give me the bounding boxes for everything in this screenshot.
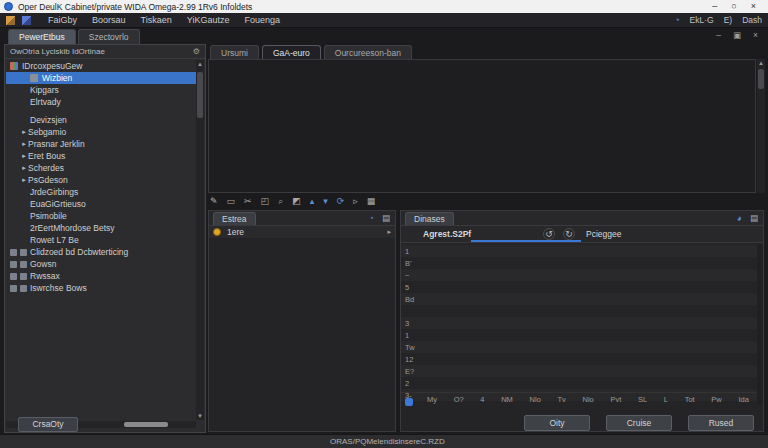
tree-item[interactable]: Gowsn — [6, 258, 196, 270]
minimize-button[interactable]: – — [712, 0, 717, 13]
table-row[interactable]: 2 — [401, 377, 757, 389]
grid-icon[interactable]: ▤ — [750, 213, 758, 223]
menu-item[interactable]: Tiskaen — [141, 15, 172, 25]
table-row[interactable]: E? — [401, 365, 757, 377]
table-row[interactable]: 1 — [401, 329, 757, 341]
cut-icon[interactable]: ✂ — [244, 195, 252, 208]
tree-item[interactable]: ▸PsGdeson — [6, 174, 196, 186]
tree-item[interactable]: EuaGiGrtieuso — [6, 198, 196, 210]
tree-item[interactable]: Kipgars — [6, 84, 196, 96]
tree-item[interactable]: Wizbien — [6, 72, 196, 84]
menu-item[interactable]: Boorsau — [92, 15, 126, 25]
chevron-right-icon[interactable]: ▸ — [387, 228, 391, 236]
expand-arrow-icon[interactable]: ▸ — [20, 128, 28, 136]
object-icon — [20, 285, 27, 292]
menu-item[interactable]: YiKGautze — [187, 15, 230, 25]
tree-item[interactable]: ▸Eret Bous — [6, 150, 196, 162]
table-row[interactable]: B’ — [401, 257, 757, 269]
tree-item[interactable]: 2rEertMhordose Betsy — [6, 222, 196, 234]
menu-item[interactable]: Fouenga — [244, 15, 280, 25]
list-icon[interactable]: ▤ — [382, 213, 390, 223]
tree-item[interactable]: JrdeGirbings — [6, 186, 196, 198]
expand-arrow-icon[interactable]: ▸ — [20, 176, 28, 184]
expand-arrow-icon[interactable]: ▸ — [20, 164, 28, 172]
tree-item[interactable]: ▸Sebgamio — [6, 126, 196, 138]
maximize-button[interactable]: ○ — [731, 0, 736, 13]
table-row[interactable]: 12 — [401, 353, 757, 365]
mdi-close-button[interactable]: × — [753, 30, 758, 40]
sort-asc-icon[interactable]: ▴ — [310, 195, 315, 208]
left-tab-peweretbus[interactable]: PewerEtbus — [8, 29, 76, 44]
globe-icon[interactable]: ◔ — [369, 213, 374, 223]
object-browser: OwOtria Lyciskib IdOrtinae ⚙ IDrcoxpesuG… — [4, 44, 206, 433]
footer-label: Pvt — [610, 395, 621, 404]
app-toolbar-icon-2[interactable] — [22, 16, 31, 25]
close-button[interactable]: × — [751, 0, 756, 13]
compare-left-column-header[interactable]: Agrest.S2Pf — [423, 229, 471, 239]
table-row[interactable]: Tw — [401, 341, 757, 353]
tree-item[interactable]: IDrcoxpesuGew — [6, 60, 196, 72]
edit-icon[interactable]: ✎ — [210, 195, 218, 208]
compare-right-column-header[interactable]: Pcieggee — [586, 229, 621, 239]
tree-item[interactable]: Rowet L7 Be — [6, 234, 196, 246]
scrollbar-thumb[interactable] — [197, 72, 203, 118]
tree-item[interactable]: Iswrchse Bows — [6, 282, 196, 294]
globe-icon[interactable]: ◕ — [737, 213, 742, 223]
menu-item[interactable]: FaiGby — [48, 15, 77, 25]
tree-vertical-scrollbar[interactable]: ▲ ▼ — [196, 60, 204, 420]
search-icon[interactable]: ⌕ — [278, 195, 283, 208]
table-row[interactable]: 1 — [401, 245, 757, 257]
tree-item[interactable]: ▸Scherdes — [6, 162, 196, 174]
compare-vertical-scrollbar[interactable] — [757, 245, 763, 405]
menubar-right-item[interactable]: Dash — [742, 15, 762, 25]
editor-area[interactable] — [208, 59, 756, 193]
expand-arrow-icon[interactable]: ▸ — [20, 152, 28, 160]
sort-desc-icon[interactable]: ▾ — [323, 195, 328, 208]
mdi-minimize-button[interactable]: – — [716, 30, 721, 40]
tree-item[interactable]: Clidzoed bd Dcbwterticing — [6, 246, 196, 258]
copy-icon[interactable]: ▭ — [227, 195, 236, 208]
menubar-right-item[interactable]: EkL·G — [690, 15, 714, 25]
connection-icon[interactable]: ◔ — [674, 15, 679, 25]
editor-vertical-scrollbar[interactable]: ▲ — [757, 59, 765, 193]
tree-item[interactable]: Devizsjen — [6, 114, 196, 126]
tree-item[interactable]: Rwssax — [6, 270, 196, 282]
browser-settings-icon[interactable]: ⚙ — [193, 47, 200, 56]
layout-icon[interactable]: ◩ — [292, 195, 301, 208]
scrollbar-thumb[interactable] — [124, 422, 168, 427]
scrollbar-thumb[interactable] — [758, 69, 764, 89]
rotate-right-icon[interactable]: ↻ — [563, 228, 575, 240]
rotate-left-icon[interactable]: ↺ — [543, 228, 555, 240]
ok-button[interactable]: Oity — [524, 415, 590, 431]
table-row[interactable]: 3 — [401, 317, 757, 329]
compare-footer-labels: MyO?4NMNloTvNloPvtSLLTotPwIda — [419, 395, 757, 404]
tree-node-icon — [30, 74, 38, 82]
main-tab-gaa-euro[interactable]: GaA-euro — [262, 45, 321, 59]
table-row[interactable]: ~ — [401, 269, 757, 281]
mdi-restore-button[interactable]: ▣ — [733, 30, 741, 40]
menubar-right-item[interactable]: E) — [724, 15, 733, 25]
play-icon[interactable]: ▹ — [353, 195, 358, 208]
table-row[interactable] — [401, 305, 757, 317]
cancel-button[interactable]: Cruise — [606, 415, 672, 431]
create-button[interactable]: CrsaOty — [18, 417, 78, 432]
left-tab-szectovrlo[interactable]: Szectovrlo — [78, 29, 140, 44]
elements-tab[interactable]: Estrea — [213, 212, 256, 225]
main-tab-ourcureeson-ban[interactable]: Ourcureeson-ban — [324, 45, 412, 59]
tree-item[interactable]: Psimobile — [6, 210, 196, 222]
list-item[interactable]: 1ere▸ — [209, 226, 395, 239]
compare-tab[interactable]: Dinases — [405, 212, 454, 225]
refresh-icon[interactable]: ⟳ — [337, 195, 345, 208]
table-row[interactable]: 5 — [401, 281, 757, 293]
tree-item[interactable]: ▸Prasnar Jerklin — [6, 138, 196, 150]
reset-button[interactable]: Rused — [688, 415, 754, 431]
table-row[interactable]: Bd — [401, 293, 757, 305]
tree-item-label: JrdeGirbings — [30, 187, 78, 197]
table-icon[interactable]: ▦ — [367, 195, 376, 208]
tree-item[interactable]: Elrtvady — [6, 96, 196, 108]
app-toolbar-icon-1[interactable] — [6, 16, 15, 25]
window-title: Oper DeulK Cabinet/private WIDA Omega-2.… — [18, 2, 252, 12]
paste-icon[interactable]: ◰ — [261, 195, 270, 208]
main-tab-ursumi[interactable]: Ursumi — [210, 45, 259, 59]
expand-arrow-icon[interactable]: ▸ — [20, 140, 28, 148]
